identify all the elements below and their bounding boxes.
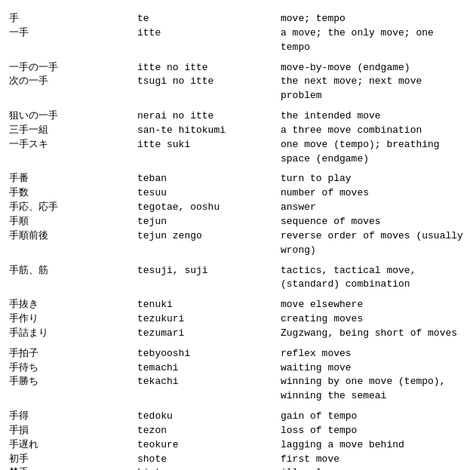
cell-japanese: 次の一手 xyxy=(8,75,136,103)
cell-romaji: te xyxy=(136,12,279,26)
cell-japanese: 狙いの一手 xyxy=(8,109,136,124)
table-row: 手筋、筋tesuji, sujitactics, tactical move, … xyxy=(8,264,468,293)
cell-romaji: tezukuri xyxy=(136,312,279,327)
cell-english: illegal move xyxy=(279,466,468,470)
cell-romaji: shote xyxy=(136,453,279,467)
cell-english: tactics, tactical move, (standard) combi… xyxy=(279,264,468,293)
cell-japanese: 手作り xyxy=(8,312,136,327)
cell-english: answer xyxy=(279,201,468,215)
cell-english: the next move; next move problem xyxy=(279,75,468,103)
table-row: 手勝ちtekachiwinning by one move (tempo), w… xyxy=(8,375,468,404)
cell-japanese: 禁手 xyxy=(8,466,136,470)
cell-japanese: 手順 xyxy=(8,215,136,229)
table-row: 初手shotefirst move xyxy=(8,453,468,467)
cell-romaji: itte xyxy=(136,26,279,55)
cell-romaji: tebyooshi xyxy=(136,347,279,361)
cell-romaji: itte suki xyxy=(136,138,279,167)
cell-english: a three move combination xyxy=(279,124,468,138)
cell-japanese: 手詰まり xyxy=(8,327,136,341)
table-row: 一手スキitte sukione move (tempo); breathing… xyxy=(8,138,468,167)
table-row: 一手の一手itte no ittemove-by-move (endgame) xyxy=(8,61,468,75)
cell-japanese: 手遅れ xyxy=(8,438,136,453)
cell-english: gain of tempo xyxy=(279,410,468,424)
cell-romaji: tesuu xyxy=(136,186,279,201)
table-row: 手応、応手tegotae, ooshuanswer xyxy=(8,201,468,215)
table-row: 手順tejunsequence of moves xyxy=(8,215,468,229)
cell-english: Zugzwang, being short of moves xyxy=(279,327,468,341)
cell-romaji: tekachi xyxy=(136,375,279,404)
table-row: 手順前後tejun zengoreverse order of moves (u… xyxy=(8,229,468,258)
cell-english: reflex moves xyxy=(279,347,468,361)
cell-japanese: 初手 xyxy=(8,453,136,467)
cell-romaji: tejun xyxy=(136,215,279,229)
cell-japanese: 一手の一手 xyxy=(8,61,136,75)
cell-english: number of moves xyxy=(279,186,468,201)
table-row: 手損tezonloss of tempo xyxy=(8,424,468,438)
cell-japanese: 手拍子 xyxy=(8,347,136,361)
cell-english: lagging a move behind xyxy=(279,438,468,453)
cell-english: move; tempo xyxy=(279,12,468,26)
cell-japanese: 一手 xyxy=(8,26,136,55)
cell-english: sequence of moves xyxy=(279,215,468,229)
cell-japanese: 手順前後 xyxy=(8,229,136,258)
cell-japanese: 手番 xyxy=(8,172,136,186)
table-row: 手抜きtenukimove elsewhere xyxy=(8,298,468,312)
table-row: 手詰まりtezumariZugzwang, being short of mov… xyxy=(8,327,468,341)
cell-english: move elsewhere xyxy=(279,298,468,312)
table-row: 三手一組san-te hitokumia three move combinat… xyxy=(8,124,468,138)
table-row: 手得tedokugain of tempo xyxy=(8,410,468,424)
cell-japanese: 一手スキ xyxy=(8,138,136,167)
cell-romaji: tenuki xyxy=(136,298,279,312)
cell-romaji: tesuji, suji xyxy=(136,264,279,293)
table-row: 一手ittea move; the only move; one tempo xyxy=(8,26,468,55)
cell-english: turn to play xyxy=(279,172,468,186)
cell-romaji: kinte xyxy=(136,466,279,470)
cell-japanese: 手筋、筋 xyxy=(8,264,136,293)
cell-romaji: itte no itte xyxy=(136,61,279,75)
cell-romaji: nerai no itte xyxy=(136,109,279,124)
cell-english: reverse order of moves (usually wrong) xyxy=(279,229,468,258)
cell-english: waiting move xyxy=(279,361,468,376)
table-row: 手待ちtemachiwaiting move xyxy=(8,361,468,376)
cell-japanese: 三手一組 xyxy=(8,124,136,138)
cell-japanese: 手数 xyxy=(8,186,136,201)
cell-english: a move; the only move; one tempo xyxy=(279,26,468,55)
cell-romaji: teokure xyxy=(136,438,279,453)
cell-japanese: 手抜き xyxy=(8,298,136,312)
cell-english: move-by-move (endgame) xyxy=(279,61,468,75)
table-row: 狙いの一手nerai no ittethe intended move xyxy=(8,109,468,124)
cell-romaji: tegotae, ooshu xyxy=(136,201,279,215)
cell-english: loss of tempo xyxy=(279,424,468,438)
cell-japanese: 手勝ち xyxy=(8,375,136,404)
table-row: 手遅れteokurelagging a move behind xyxy=(8,438,468,453)
cell-english: first move xyxy=(279,453,468,467)
cell-english: the intended move xyxy=(279,109,468,124)
cell-japanese: 手 xyxy=(8,12,136,26)
cell-romaji: teban xyxy=(136,172,279,186)
cell-japanese: 手損 xyxy=(8,424,136,438)
table-row: 次の一手tsugi no ittethe next move; next mov… xyxy=(8,75,468,103)
cell-english: creating moves xyxy=(279,312,468,327)
cell-romaji: tejun zengo xyxy=(136,229,279,258)
glossary-table: 手temove; tempo一手ittea move; the only mov… xyxy=(8,12,468,470)
cell-romaji: tsugi no itte xyxy=(136,75,279,103)
cell-japanese: 手得 xyxy=(8,410,136,424)
cell-japanese: 手待ち xyxy=(8,361,136,376)
table-row: 手作りtezukuricreating moves xyxy=(8,312,468,327)
cell-romaji: tedoku xyxy=(136,410,279,424)
cell-romaji: tezumari xyxy=(136,327,279,341)
cell-english: winning by one move (tempo), winning the… xyxy=(279,375,468,404)
cell-romaji: tezon xyxy=(136,424,279,438)
table-row: 手数tesuunumber of moves xyxy=(8,186,468,201)
cell-japanese: 手応、応手 xyxy=(8,201,136,215)
cell-romaji: temachi xyxy=(136,361,279,376)
table-row: 手拍子tebyooshireflex moves xyxy=(8,347,468,361)
table-row: 手temove; tempo xyxy=(8,12,468,26)
cell-romaji: san-te hitokumi xyxy=(136,124,279,138)
cell-english: one move (tempo); breathing space (endga… xyxy=(279,138,468,167)
table-row: 禁手kinteillegal move xyxy=(8,466,468,470)
table-row: 手番tebanturn to play xyxy=(8,172,468,186)
